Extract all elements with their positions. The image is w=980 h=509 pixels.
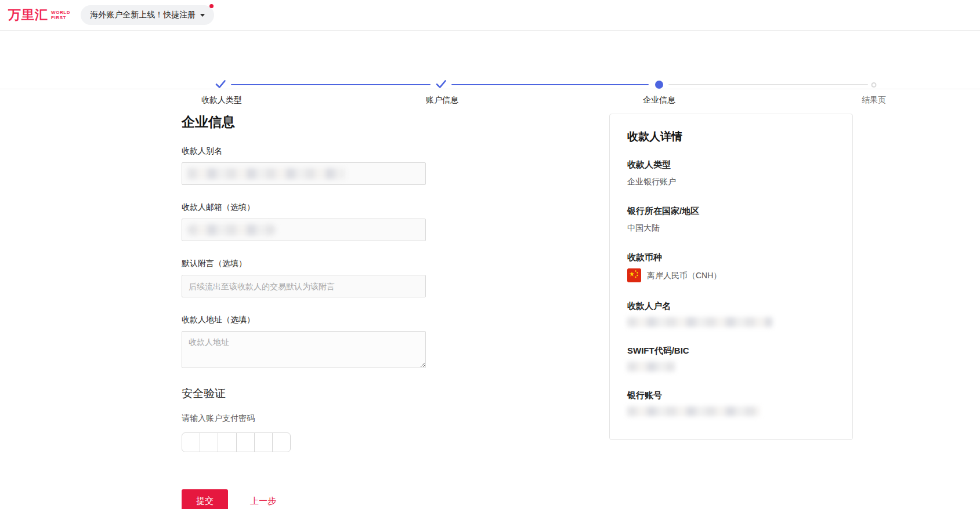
default-memo-label: 默认附言（选填）: [182, 257, 426, 269]
step2-label: 账户信息: [426, 95, 458, 106]
step3-label: 企业信息: [643, 95, 675, 106]
payee-email-label: 收款人邮箱（选填）: [182, 201, 426, 213]
stepper-line-1: [231, 84, 431, 85]
payee-details-card: 收款人详情 收款人类型 企业银行账户 银行所在国家/地区 中国大陆 收款币种 离…: [609, 114, 853, 440]
pin-cell-6[interactable]: [273, 433, 290, 452]
pin-cell-4[interactable]: [237, 433, 255, 452]
step1-check-icon: [214, 78, 227, 93]
submit-button[interactable]: 提交: [182, 489, 228, 509]
top-header: 万里汇 WORLD FIRST 海外账户全新上线！快捷注册: [0, 0, 980, 31]
security-section-title: 安全验证: [182, 387, 426, 401]
worldfirst-logo[interactable]: 万里汇 WORLD FIRST: [8, 6, 70, 24]
detail-account-name: 收款人户名: [627, 300, 835, 327]
field-payee-alias: 收款人别名: [182, 145, 426, 185]
page-title: 企业信息: [182, 114, 426, 130]
china-flag-icon: [627, 268, 641, 282]
payee-details-title: 收款人详情: [627, 129, 835, 144]
field-default-memo: 默认附言（选填）: [182, 257, 426, 297]
pin-cell-3[interactable]: [218, 433, 236, 452]
detail-payee-type: 收款人类型 企业银行账户: [627, 158, 835, 187]
chevron-down-icon: [200, 14, 205, 17]
promo-banner-dropdown[interactable]: 海外账户全新上线！快捷注册: [81, 5, 214, 25]
promo-banner-label: 海外账户全新上线！快捷注册: [90, 10, 196, 20]
notification-dot: [209, 4, 214, 8]
step2-check-icon: [435, 78, 447, 93]
payment-password-hint: 请输入账户支付密码: [182, 412, 426, 424]
payee-address-label: 收款人地址（选填）: [182, 314, 426, 325]
field-payee-address: 收款人地址（选填）: [182, 314, 426, 370]
step3-current-dot: [655, 81, 663, 89]
redacted-email-value: [187, 224, 276, 235]
detail-bank-country: 银行所在国家/地区 中国大陆: [627, 205, 835, 234]
redacted-alias-value: [187, 168, 345, 179]
field-payee-email: 收款人邮箱（选填）: [182, 201, 426, 241]
business-info-form: 企业信息 收款人别名 收款人邮箱（选填） 默认附言（选填） 收款人地址（选填） …: [182, 114, 426, 509]
redacted-account-name: [627, 317, 772, 327]
redacted-bank-account: [627, 406, 760, 416]
currency-value: 离岸人民币（CNH）: [647, 270, 721, 281]
progress-stepper: 收款人类型 账户信息 企业信息 结果页: [0, 31, 980, 89]
step4-pending-circle: [871, 82, 877, 88]
default-memo-input[interactable]: [182, 275, 426, 297]
pin-cell-1[interactable]: [182, 433, 200, 452]
detail-currency: 收款币种 离岸人民币（CNH）: [627, 251, 835, 282]
pin-cell-5[interactable]: [255, 433, 273, 452]
detail-bank-account: 银行账号: [627, 389, 835, 416]
logo-en-text: WORLD FIRST: [51, 10, 70, 20]
payee-address-textarea[interactable]: [182, 331, 426, 368]
form-actions: 提交 上一步: [182, 489, 426, 509]
stepper-line-2: [451, 84, 649, 85]
step4-label: 结果页: [862, 95, 886, 106]
redacted-swift-bic: [627, 362, 675, 372]
payee-alias-label: 收款人别名: [182, 145, 426, 157]
detail-swift-bic: SWIFT代码/BIC: [627, 344, 835, 372]
payment-password-input[interactable]: [182, 432, 291, 452]
previous-step-link[interactable]: 上一步: [250, 496, 276, 507]
step1-label: 收款人类型: [201, 95, 242, 106]
stepper-line-3: [668, 84, 868, 85]
logo-cn-text: 万里汇: [8, 6, 48, 24]
pin-cell-2[interactable]: [200, 433, 218, 452]
